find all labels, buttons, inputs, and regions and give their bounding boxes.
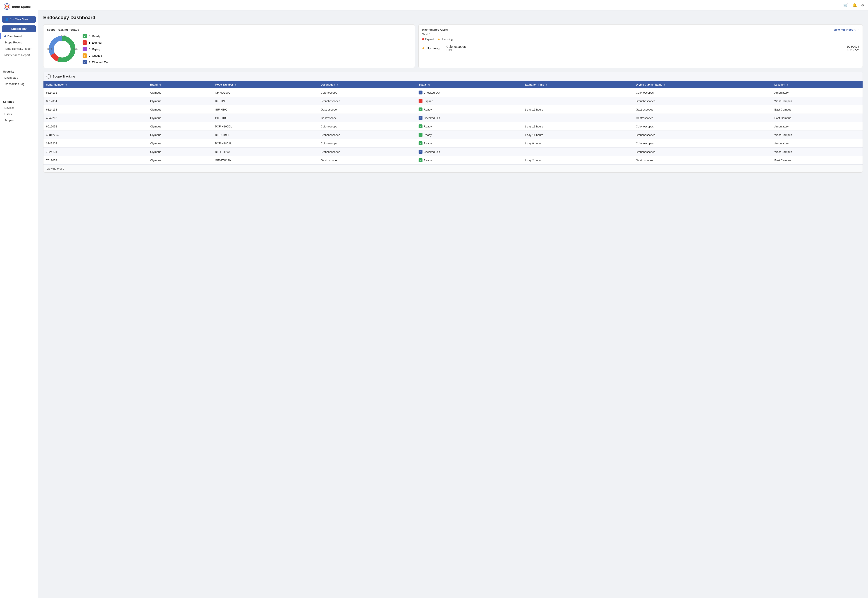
cell-model-0: CF-HQ190L [212,88,318,97]
table-row: 4842203 Olympus GIF-H180 Gastroscope ↗ C… [43,114,863,122]
cell-expiration-1 [522,97,633,105]
bell-icon[interactable]: 🔔 [852,3,857,7]
legend-checked-out-icon: ↗ [82,60,87,64]
cell-cabinet-1: Bronchoscopes [633,97,772,105]
view-full-report-link[interactable]: View Full Report → [834,28,859,31]
table-row: 5824132 Olympus CF-HQ190L Colonoscope ↗ … [43,88,863,97]
exit-client-view-button[interactable]: 👤 Exit Client View [2,16,36,23]
cell-description-3: Gastroscope [318,114,416,122]
sort-status-icon: ⇅ [428,84,430,86]
status-badge-8: ✓ Ready [418,158,432,162]
cell-cabinet-5: Bronchoscopes [633,131,772,139]
filter-expired-label: Expired [425,38,434,41]
sidebar-item-security-dashboard[interactable]: Dashboard [0,75,38,81]
sort-brand-icon: ⇅ [159,84,161,86]
cell-model-8: GIF-1TH190 [212,156,318,164]
sidebar-item-scopes[interactable]: Scopes [0,117,38,124]
legend-checked-out-label: Checked Out [92,61,108,64]
alert-date-0: 2/28/2024 12:49 AM [847,45,859,51]
legend-checked-out: ↗ 3 Checked Out [82,60,108,64]
cell-serial-6: 3842202 [43,139,148,148]
col-cabinet[interactable]: Drying Cabinet Name ⇅ [633,81,772,88]
cell-status-1: ✕ Expired [416,97,522,105]
sort-serial-icon: ⇅ [65,84,67,86]
endoscopy-section-header: Endoscopy [2,25,36,32]
alert-filter-0: Filter [447,48,844,51]
cell-status-3: ↗ Checked Out [416,114,522,122]
col-brand[interactable]: Brand ⇅ [148,81,213,88]
cell-location-1: West Campus [772,97,863,105]
cell-serial-2: 6824133 [43,105,148,114]
alert-scope-col: Colonoscopes Filter [447,45,844,51]
cell-model-2: GIF-H190 [212,105,318,114]
col-serial[interactable]: Serial Number ⇅ [43,81,148,88]
sidebar-item-temp-humidity[interactable]: Temp Humidity Report [0,46,38,52]
sidebar-item-devices[interactable]: Devices [0,105,38,111]
col-expiration[interactable]: Expiration Time ⇅ [522,81,633,88]
sidebar-item-security-dashboard-label: Dashboard [4,76,18,79]
cart-icon[interactable]: 🛒 [843,3,848,7]
cell-cabinet-0: Colonoscopes [633,88,772,97]
sidebar-item-users[interactable]: Users [0,111,38,117]
legend-drying-count: 0 [88,48,90,51]
pct-left: 33% [47,48,52,50]
cell-brand-0: Olympus [148,88,213,97]
table-row: 7824134 Olympus BF-1TH190 Bronchoscopes … [43,148,863,156]
cell-location-7: West Campus [772,148,863,156]
cell-expiration-4: 1 day 11 hours [522,122,633,131]
sidebar-item-dashboard[interactable]: Dashboard [0,33,38,39]
legend-drying-label: Drying [92,48,100,51]
page-title: Endoscopy Dashboard [43,15,863,20]
alert-time-value-0: 12:49 AM [847,48,859,51]
status-icon-6: ✓ [418,141,423,145]
filter-upcoming-label: Upcoming [441,38,453,41]
dashboard-cards-row: Scope Tracking - Status [43,24,863,68]
cell-expiration-6: 1 day 9 hours [522,139,633,148]
cell-model-1: BF-H190 [212,97,318,105]
dashboard-nav-item[interactable]: Dashboard [0,33,38,39]
status-icon-0: ↗ [418,91,423,94]
alert-type-0: Upcoming [422,47,444,50]
sort-expiration-icon: ⇅ [546,84,547,86]
alerts-title: Maintenance Alerts [422,28,448,31]
cell-description-6: Colonoscope [318,139,416,148]
col-status[interactable]: Status ⇅ [416,81,522,88]
cell-serial-0: 5824132 [43,88,148,97]
sidebar-item-users-label: Users [4,112,12,116]
scope-legend: ✓ 5 Ready ✕ 1 Expired ✦ 0 Drying [82,34,108,64]
col-model[interactable]: Model Number ⇅ [212,81,318,88]
legend-drying: ✦ 0 Drying [82,47,108,51]
table-head: Serial Number ⇅ Brand ⇅ Model Number ⇅ D… [43,81,863,88]
status-badge-7: ↗ Checked Out [418,150,440,154]
cell-expiration-2: 1 day 15 hours [522,105,633,114]
sidebar-item-transaction-log[interactable]: Transaction Log [0,81,38,87]
col-location[interactable]: Location ⇅ [772,81,863,88]
status-icon-8: ✓ [418,158,423,162]
sidebar-item-temp-humidity-label: Temp Humidity Report [4,47,32,50]
col-description[interactable]: Description ⇅ [318,81,416,88]
table-row: 7512053 Olympus GIF-1TH190 Gastroscope ✓… [43,156,863,164]
cell-expiration-0 [522,88,633,97]
cell-brand-6: Olympus [148,139,213,148]
cell-location-3: East Campus [772,114,863,122]
alert-date-value-0: 2/28/2024 [847,45,859,48]
sidebar-item-scope-report[interactable]: Scope Report [0,39,38,46]
legend-queued-icon: ‖ [82,54,87,58]
status-badge-2: ✓ Ready [418,108,432,111]
cell-brand-1: Olympus [148,97,213,105]
cell-status-4: ✓ Ready [416,122,522,131]
table-row: 3842202 Olympus PCF-H180AL Colonoscope ✓… [43,139,863,148]
scope-tracking-collapse-icon[interactable]: – [46,74,51,79]
cell-serial-4: 6512052 [43,122,148,131]
topbar: 🛒 🔔 ⎋ [38,0,868,10]
exit-icon[interactable]: ⎋ [862,3,864,7]
sidebar-item-maintenance-report[interactable]: Maintenance Report [0,52,38,58]
scope-status-card: Scope Tracking - Status [43,24,415,68]
status-icon-2: ✓ [418,108,423,111]
cell-status-2: ✓ Ready [416,105,522,114]
status-badge-0: ↗ Checked Out [418,91,440,94]
filter-upcoming[interactable]: Upcoming [438,38,453,41]
active-dot [4,35,6,37]
filter-expired[interactable]: Expired [422,38,434,41]
status-badge-1: ✕ Expired [418,99,433,103]
